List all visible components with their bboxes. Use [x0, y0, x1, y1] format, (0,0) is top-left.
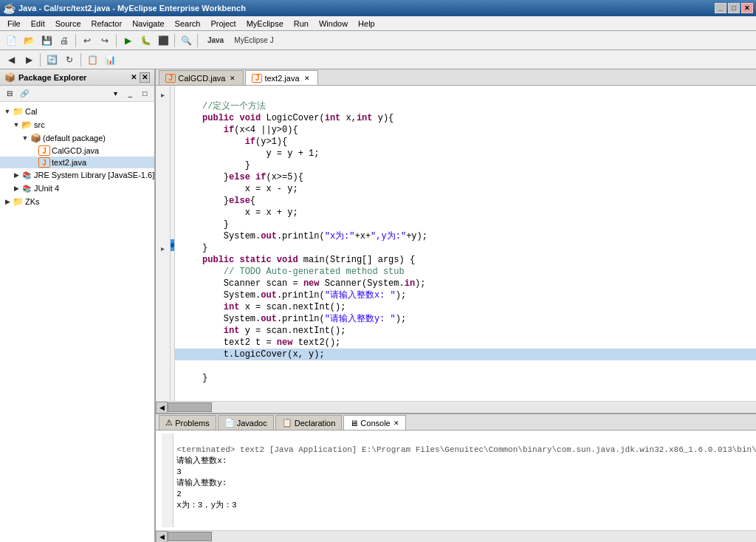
separator	[116, 34, 117, 47]
perspective-java[interactable]: Java	[201, 33, 230, 48]
explorer-close-button[interactable]: ✕	[140, 72, 150, 83]
prev-btn[interactable]: ◀	[3, 52, 19, 67]
print-button[interactable]: 🖨	[56, 33, 72, 48]
console-hscroll-left[interactable]: ◀	[156, 531, 168, 543]
debug-button[interactable]: 🐛	[137, 33, 154, 48]
menu-source[interactable]: Source	[51, 18, 86, 29]
collapse-all-btn[interactable]: ⊟	[3, 88, 16, 100]
console-line-4: 2	[176, 490, 182, 498]
tree-item-calgcd[interactable]: J CalGCD.java	[0, 145, 154, 157]
editor-hscrollbar[interactable]: ◀ ▶	[156, 401, 756, 413]
explorer-min-btn[interactable]: _	[123, 88, 137, 100]
sync-btn[interactable]: 🔄	[44, 52, 60, 67]
link-editor-btn[interactable]: 🔗	[18, 88, 31, 100]
tab-text2-close[interactable]: ✕	[303, 74, 312, 83]
explorer-max-btn[interactable]: □	[138, 88, 151, 100]
console-hscroll-thumb[interactable]	[168, 532, 212, 541]
minimize-button[interactable]: _	[715, 3, 726, 13]
separator	[197, 34, 198, 47]
gutter-20	[157, 325, 169, 337]
tree-item-default-package[interactable]: ▼ 📦 (default package)	[0, 131, 154, 145]
menu-edit[interactable]: Edit	[27, 18, 49, 29]
redo-button[interactable]: ↪	[97, 33, 113, 48]
package-explorer-header: 📦 Package Explorer ✕ ✕	[0, 69, 154, 86]
console-line-3: 请输入整数y:	[176, 478, 227, 487]
tree-item-src[interactable]: ▼ 📂 src	[0, 118, 154, 131]
close-button[interactable]: ✕	[741, 3, 753, 13]
console-hscroll-track[interactable]	[168, 531, 756, 542]
menu-project[interactable]: Project	[206, 18, 240, 29]
console-line-1: 请输入整数x:	[176, 456, 227, 465]
expand-jre: ▶	[12, 171, 21, 179]
expand-btn[interactable]: 📊	[102, 52, 118, 67]
hscroll-thumb[interactable]	[168, 402, 212, 412]
open-button[interactable]: 📂	[21, 33, 37, 48]
run-button[interactable]: ▶	[120, 33, 136, 48]
next-btn[interactable]: ▶	[21, 52, 37, 67]
undo-button[interactable]: ↩	[79, 33, 95, 48]
tree-item-jre[interactable]: ▶ 📚 JRE System Library [JavaSE-1.6]	[0, 168, 154, 182]
explorer-menu-btn[interactable]: ▾	[109, 88, 122, 100]
menu-navigate[interactable]: Navigate	[128, 18, 168, 29]
menu-run[interactable]: Run	[289, 18, 313, 29]
maximize-button[interactable]: □	[728, 3, 740, 13]
gutter-collapse-2[interactable]: ▸	[157, 242, 169, 254]
console-text[interactable]: <terminated> text2 [Java Application] E:…	[173, 433, 756, 527]
gutter-18	[157, 301, 169, 313]
menu-file[interactable]: File	[3, 18, 25, 29]
tab-calgcd-close[interactable]: ✕	[228, 74, 237, 83]
tree-item-junit[interactable]: ▶ 📚 JUnit 4	[0, 182, 154, 195]
zks-project-icon: 📁	[12, 196, 24, 207]
menu-window[interactable]: Window	[315, 18, 352, 29]
stop-button[interactable]: ⬛	[155, 33, 171, 48]
expand-calgcd	[30, 146, 38, 155]
editor-tab-bar: J CalGCD.java ✕ J text2.java ✕ _ □	[156, 69, 756, 86]
problems-icon: ⚠	[165, 418, 173, 428]
gutter-15	[157, 266, 169, 278]
tab-text2[interactable]: J text2.java ✕	[245, 70, 317, 85]
code-content[interactable]: //定义一个方法 public void LogicCover(int x,in…	[175, 86, 756, 401]
tab-calgcd[interactable]: J CalGCD.java ✕	[159, 70, 244, 85]
tab-declaration[interactable]: 📋 Declaration	[275, 415, 343, 430]
hscroll-left[interactable]: ◀	[156, 402, 168, 414]
menu-refactor[interactable]: Refactor	[87, 18, 127, 29]
junit-icon: 📚	[21, 182, 32, 194]
tree-item-cal[interactable]: ▼ 📁 Cal	[0, 105, 154, 118]
perspective-myeclipse[interactable]: MyEclipse J	[232, 33, 276, 48]
expand-junit: ▶	[12, 184, 21, 193]
app-icon: ☕	[3, 2, 16, 14]
tab-calgcd-icon: J	[165, 74, 176, 83]
tree-item-text2[interactable]: J text2.java	[0, 157, 154, 168]
hscroll-track[interactable]	[168, 402, 756, 413]
tree-label-cal: Cal	[25, 107, 38, 116]
search-btn[interactable]: 🔍	[178, 33, 194, 48]
expand-zks: ▶	[3, 197, 12, 206]
gutter-16	[157, 278, 169, 289]
bottom-tab-bar: ⚠ Problems 📄 Javadoc 📋 Declaration 🖥 Con…	[156, 414, 756, 430]
gutter-collapse-1[interactable]: ▸	[157, 89, 169, 100]
collapse-btn[interactable]: 📋	[84, 52, 100, 67]
menu-help[interactable]: Help	[354, 18, 379, 29]
console-icon: 🖥	[350, 419, 358, 428]
menu-search[interactable]: Search	[171, 18, 205, 29]
tree-item-zks[interactable]: ▶ 📁 ZKs	[0, 195, 154, 208]
tab-text2-label: text2.java	[264, 74, 299, 83]
expand-cal: ▼	[3, 107, 12, 116]
code-editor[interactable]: ▸ ▸	[156, 86, 756, 401]
project-icon: 📁	[12, 106, 24, 117]
expand-text2	[30, 158, 38, 167]
expand-src: ▼	[12, 120, 21, 129]
console-hscrollbar[interactable]: ◀ ▶	[156, 530, 756, 542]
tab-console[interactable]: 🖥 Console ✕	[343, 415, 405, 430]
new-button[interactable]: 📄	[3, 33, 19, 48]
editor-wrapper: J CalGCD.java ✕ J text2.java ✕ _ □ ▸	[156, 69, 756, 542]
save-button[interactable]: 💾	[38, 33, 55, 48]
tab-problems[interactable]: ⚠ Problems	[159, 415, 216, 430]
console-tab-close[interactable]: ✕	[394, 419, 399, 427]
gutter-8	[157, 183, 169, 195]
tab-javadoc[interactable]: 📄 Javadoc	[218, 415, 274, 430]
refresh-btn[interactable]: ↻	[61, 52, 78, 67]
menu-myeclipse[interactable]: MyEclipse	[242, 18, 288, 29]
tab-console-label: Console	[360, 419, 390, 428]
gutter-5	[157, 148, 169, 159]
